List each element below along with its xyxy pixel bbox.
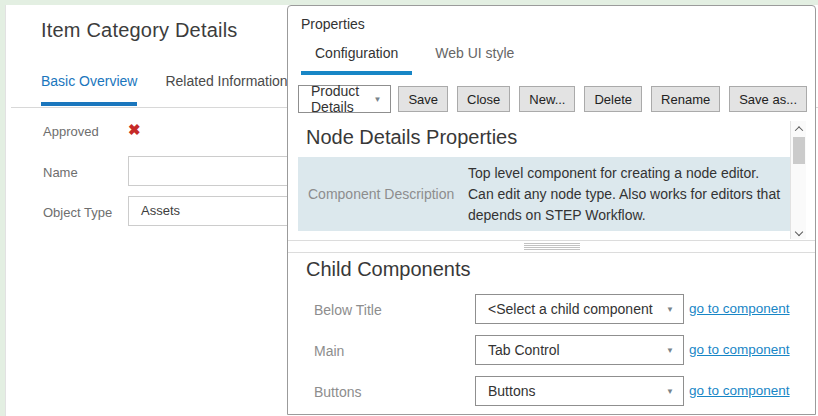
child-component-row: Buttons Buttons ▼ go to component xyxy=(288,376,815,406)
properties-tab-bar: Configuration Web UI style xyxy=(301,45,528,75)
buttons-goto-link[interactable]: go to component xyxy=(689,383,790,398)
component-description-value: Top level component for creating a node … xyxy=(468,163,782,226)
properties-panel: Properties Configuration Web UI style Pr… xyxy=(287,5,816,415)
tab-basic-overview[interactable]: Basic Overview xyxy=(41,73,137,106)
configuration-select[interactable]: Product Details ▼ xyxy=(298,85,391,113)
configuration-select-value: Product Details xyxy=(311,83,374,115)
name-label: Name xyxy=(43,165,78,180)
below-title-label: Below Title xyxy=(314,302,382,318)
page-tab-bar: Basic Overview Related Information xyxy=(41,73,288,106)
below-title-goto-link[interactable]: go to component xyxy=(689,301,790,316)
chevron-down-icon xyxy=(794,227,802,235)
component-description-label: Component Description xyxy=(298,186,458,202)
main-select[interactable]: Tab Control ▼ xyxy=(475,335,684,365)
main-label: Main xyxy=(314,343,344,359)
section-divider-top xyxy=(288,240,815,241)
buttons-label: Buttons xyxy=(314,384,361,400)
properties-panel-title: Properties xyxy=(301,16,365,32)
toolbar-buttons: Save Close New... Delete Rename Save as.… xyxy=(398,86,807,112)
configuration-toolbar: Product Details ▼ Save Close New... Dele… xyxy=(298,85,807,113)
buttons-select[interactable]: Buttons ▼ xyxy=(475,376,684,406)
object-type-label: Object Type xyxy=(43,205,112,220)
scroll-up-button[interactable] xyxy=(791,122,806,135)
node-details-heading: Node Details Properties xyxy=(306,126,517,149)
tab-web-ui-style[interactable]: Web UI style xyxy=(421,45,528,75)
section-divider-bottom xyxy=(288,252,815,253)
chevron-down-icon: ▼ xyxy=(666,346,674,355)
not-approved-icon: ✖ xyxy=(128,121,141,139)
chevron-down-icon: ▼ xyxy=(666,387,674,396)
tab-related-information[interactable]: Related Information xyxy=(165,73,287,106)
splitter-grip[interactable] xyxy=(524,243,580,251)
delete-button[interactable]: Delete xyxy=(584,86,642,112)
save-as-button[interactable]: Save as... xyxy=(729,86,807,112)
approved-label: Approved xyxy=(43,124,99,139)
main-goto-link[interactable]: go to component xyxy=(689,342,790,357)
buttons-select-value: Buttons xyxy=(488,383,535,399)
below-title-select-value: <Select a child component xyxy=(488,301,653,317)
rename-button[interactable]: Rename xyxy=(651,86,720,112)
child-component-row: Below Title <Select a child component ▼ … xyxy=(288,294,815,324)
vertical-scrollbar[interactable] xyxy=(790,121,806,239)
main-select-value: Tab Control xyxy=(488,342,560,358)
below-title-select[interactable]: <Select a child component ▼ xyxy=(475,294,684,324)
close-button[interactable]: Close xyxy=(457,86,510,112)
chevron-up-icon xyxy=(794,126,802,134)
new-button[interactable]: New... xyxy=(519,86,575,112)
node-details-section: Node Details Properties Component Descri… xyxy=(288,116,815,240)
child-component-row: Main Tab Control ▼ go to component xyxy=(288,335,815,365)
chevron-down-icon: ▼ xyxy=(374,95,382,104)
scrollbar-thumb[interactable] xyxy=(793,137,805,164)
scroll-down-button[interactable] xyxy=(791,225,806,238)
tab-configuration[interactable]: Configuration xyxy=(301,45,412,75)
chevron-down-icon: ▼ xyxy=(666,305,674,314)
page-title: Item Category Details xyxy=(41,19,238,42)
save-button[interactable]: Save xyxy=(398,86,448,112)
component-description-row: Component Description Top level componen… xyxy=(298,157,795,231)
child-components-heading: Child Components xyxy=(306,258,471,281)
